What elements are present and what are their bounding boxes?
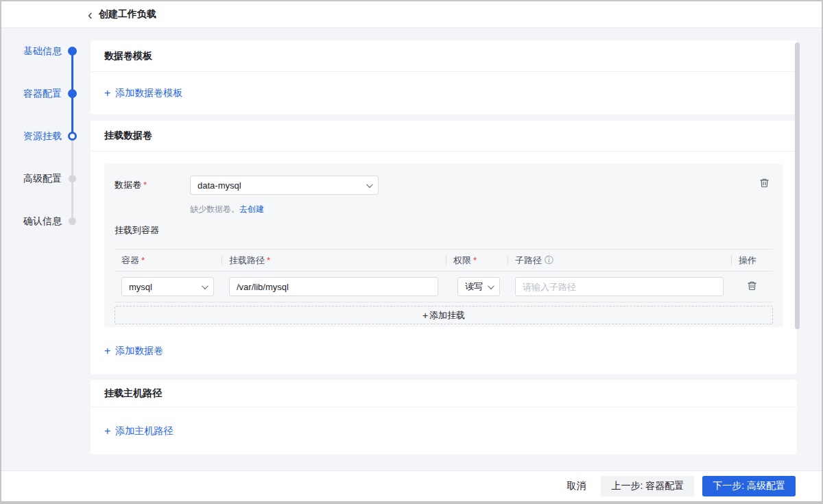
link-row: + 添加数据卷	[91, 327, 797, 374]
prev-step-button[interactable]: 上一步: 容器配置	[601, 476, 694, 496]
col-permission: 权限*	[446, 254, 508, 267]
chevron-down-icon	[202, 283, 208, 289]
step-dot	[68, 132, 77, 141]
go-create-link[interactable]: 去创建	[239, 204, 264, 214]
section-title-row: 挂载数据卷	[91, 121, 797, 152]
link-row: + 添加数据卷模板	[91, 72, 797, 115]
link-row: + 添加主机路径	[91, 407, 797, 455]
delete-volume-button[interactable]	[759, 178, 770, 190]
step-label: 确认信息	[18, 214, 62, 228]
col-mount-path: 挂载路径*	[222, 254, 446, 267]
page-title: 创建工作负载	[99, 8, 156, 21]
cell-permission: 读写	[446, 277, 508, 296]
subpath-input[interactable]	[515, 277, 724, 296]
volume-field-label: 数据卷*	[115, 179, 190, 191]
info-icon[interactable]: ⓘ	[545, 255, 553, 265]
col-label: 子路径	[515, 255, 542, 265]
trash-icon	[747, 283, 757, 293]
volume-card: 数据卷* data-mysql 缺少数据卷。去创建 挂载到容器 容器*	[104, 164, 783, 327]
volume-select-value: data-mysql	[198, 180, 241, 191]
hint-text: 缺少数据卷。	[190, 204, 239, 214]
step-dot	[69, 217, 76, 225]
cell-container: mysql	[115, 277, 222, 296]
mount-path-input[interactable]	[229, 277, 438, 296]
add-host-path-label: 添加主机路径	[115, 425, 173, 437]
add-volume-template-label: 添加数据卷模板	[115, 87, 182, 99]
cell-mount-path	[222, 277, 446, 296]
volume-field-row: 数据卷* data-mysql	[115, 176, 773, 195]
section-host-path: 挂载主机路径 + 添加主机路径	[91, 380, 797, 455]
col-container: 容器*	[115, 254, 222, 267]
col-operation: 操作	[732, 254, 773, 267]
step-label: 资源挂载	[18, 129, 62, 143]
cell-operation	[732, 280, 773, 293]
cell-subpath	[508, 277, 732, 296]
section-title-row: 挂载主机路径	[91, 380, 797, 407]
mount-table-header: 容器* 挂载路径* 权限* 子路径ⓘ 操作	[115, 250, 773, 272]
section-title-row: 数据卷模板	[91, 40, 797, 72]
add-volume-label: 添加数据卷	[115, 345, 163, 357]
required-mark: *	[267, 255, 270, 265]
label-text: 数据卷	[115, 180, 141, 190]
step-dot	[68, 47, 77, 56]
col-label: 操作	[739, 255, 756, 265]
add-volume-button[interactable]: + 添加数据卷	[104, 345, 163, 357]
page-header: ‹ 创建工作负载	[1, 1, 822, 28]
chevron-down-icon	[366, 181, 373, 188]
plus-icon: +	[104, 87, 110, 99]
step-label: 高级配置	[18, 171, 62, 185]
section-volume-template: 数据卷模板 + 添加数据卷模板	[91, 40, 797, 115]
section-title: 挂载主机路径	[104, 387, 162, 400]
create-workload-page: ‹ 创建工作负载 基础信息 容器配置 资源挂载 高级配置 确认信息	[0, 0, 823, 504]
plus-icon: +	[104, 345, 110, 357]
mount-table-row: mysql 读写	[115, 272, 773, 302]
step-label: 容器配置	[18, 86, 62, 100]
mount-table: 容器* 挂载路径* 权限* 子路径ⓘ 操作	[115, 249, 773, 302]
step-dot	[68, 89, 77, 98]
plus-icon: +	[422, 310, 428, 321]
trash-icon	[759, 180, 770, 190]
chevron-down-icon	[488, 283, 494, 289]
permission-select[interactable]: 读写	[457, 277, 500, 296]
back-icon[interactable]: ‹	[88, 8, 93, 21]
plus-icon: +	[104, 425, 110, 437]
container-select[interactable]: mysql	[121, 277, 214, 296]
required-mark: *	[143, 180, 147, 190]
next-step-button[interactable]: 下一步: 高级配置	[702, 476, 796, 496]
container-select-value: mysql	[129, 282, 152, 292]
section-title: 数据卷模板	[104, 50, 152, 62]
vertical-scrollbar[interactable]	[795, 43, 800, 329]
add-host-path-button[interactable]: + 添加主机路径	[104, 425, 173, 437]
col-label: 权限	[453, 255, 471, 265]
mount-to-container-label: 挂载到容器	[115, 224, 773, 237]
permission-select-value: 读写	[465, 280, 483, 293]
required-mark: *	[473, 255, 477, 265]
step-dot	[69, 175, 76, 182]
volume-select[interactable]: data-mysql	[190, 176, 379, 195]
volume-hint: 缺少数据卷。去创建	[190, 204, 773, 215]
footer-bar: 取消 上一步: 容器配置 下一步: 高级配置	[1, 470, 822, 501]
section-mount-volume: 挂载数据卷 数据卷*	[91, 121, 797, 374]
cancel-button[interactable]: 取消	[560, 476, 593, 496]
add-mount-label: 添加挂载	[429, 309, 465, 322]
section-title: 挂载数据卷	[104, 130, 152, 142]
col-label: 容器	[121, 255, 139, 265]
add-mount-button[interactable]: + 添加挂载	[115, 306, 773, 324]
main-content: 数据卷模板 + 添加数据卷模板 挂载数据卷	[91, 40, 797, 455]
required-mark: *	[141, 255, 145, 265]
add-volume-template-button[interactable]: + 添加数据卷模板	[104, 87, 182, 99]
col-label: 挂载路径	[229, 255, 265, 265]
step-label: 基础信息	[18, 44, 62, 58]
col-subpath: 子路径ⓘ	[508, 254, 732, 267]
delete-mount-button[interactable]	[747, 280, 757, 293]
